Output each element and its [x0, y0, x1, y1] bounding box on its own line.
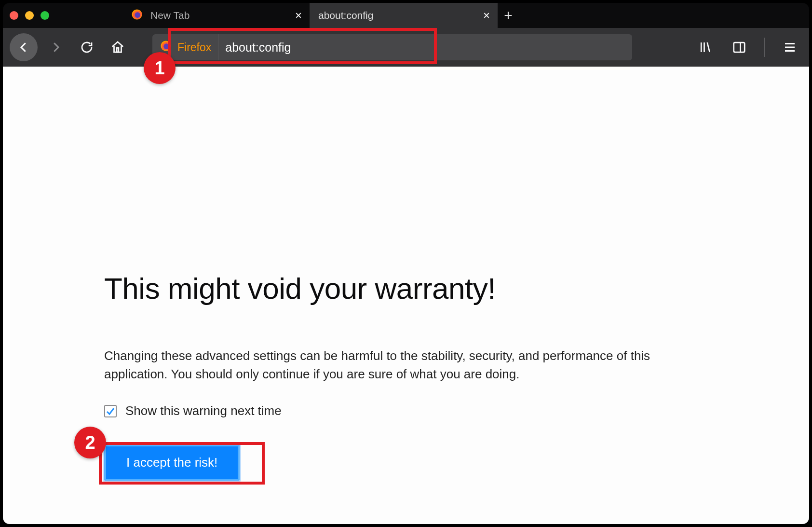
- show-warning-checkbox-row: Show this warning next time: [104, 403, 717, 418]
- window-close-button[interactable]: [10, 11, 18, 20]
- page-content: This might void your warranty! Changing …: [3, 67, 809, 524]
- warning-container: This might void your warranty! Changing …: [104, 271, 717, 481]
- reload-button[interactable]: [74, 35, 99, 60]
- tab-bar: New Tab × about:config × +: [3, 3, 809, 28]
- window-minimize-button[interactable]: [25, 11, 34, 20]
- close-icon[interactable]: ×: [295, 9, 302, 22]
- identity-box[interactable]: Firefox: [152, 34, 218, 60]
- separator: [764, 38, 765, 57]
- tab-label: about:config: [318, 10, 373, 21]
- tab-label: New Tab: [150, 10, 189, 21]
- tab-new-tab[interactable]: New Tab ×: [122, 3, 310, 28]
- new-tab-button[interactable]: +: [498, 5, 519, 26]
- url-bar[interactable]: Firefox about:config: [152, 34, 632, 60]
- close-icon[interactable]: ×: [483, 9, 490, 22]
- forward-button[interactable]: [43, 35, 68, 60]
- warning-title: This might void your warranty!: [104, 271, 717, 305]
- svg-rect-5: [734, 42, 745, 52]
- tab-about-config[interactable]: about:config ×: [310, 3, 498, 28]
- check-icon: [106, 406, 115, 416]
- show-warning-checkbox[interactable]: [104, 405, 117, 417]
- accept-risk-button[interactable]: I accept the risk!: [104, 444, 240, 481]
- url-input[interactable]: about:config: [218, 41, 609, 55]
- window-controls: [10, 11, 49, 20]
- warning-body: Changing these advanced settings can be …: [104, 347, 707, 383]
- nav-toolbar: Firefox about:config: [3, 28, 809, 67]
- identity-label: Firefox: [177, 41, 211, 54]
- library-button[interactable]: [693, 35, 718, 60]
- menu-button[interactable]: [777, 35, 802, 60]
- browser-window: New Tab × about:config × + Firefo: [3, 3, 809, 524]
- firefox-icon: [159, 39, 173, 55]
- home-button[interactable]: [105, 35, 130, 60]
- back-button[interactable]: [10, 33, 38, 61]
- svg-rect-2: [117, 48, 119, 52]
- window-maximize-button[interactable]: [41, 11, 49, 20]
- bookmark-star-icon[interactable]: [609, 39, 627, 55]
- firefox-icon: [130, 8, 144, 24]
- sidebar-button[interactable]: [727, 35, 752, 60]
- svg-point-4: [163, 43, 169, 49]
- svg-point-1: [135, 12, 140, 18]
- toolbar-right: [693, 35, 802, 60]
- checkbox-label: Show this warning next time: [125, 403, 282, 418]
